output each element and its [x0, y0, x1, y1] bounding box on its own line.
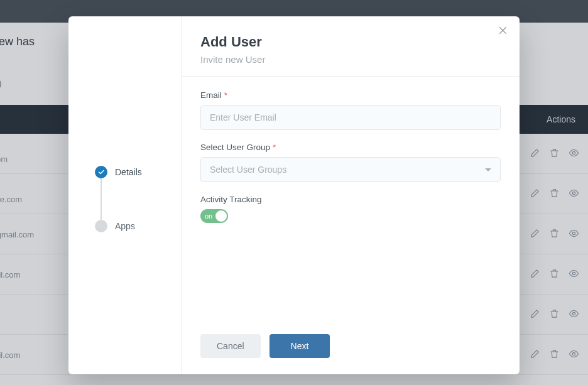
modal-subtitle: Invite new User [200, 54, 501, 65]
label-text: Select User Group [200, 143, 270, 152]
modal-content: Add User Invite new User Email * Select … [182, 16, 520, 374]
field-label: Email * [200, 90, 501, 100]
modal-body: Email * Select User Group * Select User … [182, 77, 520, 324]
select-placeholder: Select User Groups [210, 165, 286, 175]
modal-footer: Cancel Next [182, 324, 520, 374]
label-text: Email [200, 90, 222, 100]
modal-overlay: Details Apps Add User Invite new User Em… [0, 0, 588, 385]
field-label: Activity Tracking [200, 195, 501, 204]
check-icon [97, 168, 105, 176]
next-button[interactable]: Next [270, 334, 330, 358]
required-marker: * [224, 90, 227, 100]
user-group-select[interactable]: Select User Groups [200, 157, 501, 182]
step-connector [101, 178, 102, 220]
field-activity-tracking: Activity Tracking on [200, 195, 501, 223]
email-input[interactable] [200, 105, 501, 130]
toggle-state-text: on [205, 212, 212, 220]
label-text: Activity Tracking [200, 195, 262, 204]
add-user-modal: Details Apps Add User Invite new User Em… [68, 16, 520, 374]
wizard-step-details[interactable]: Details [68, 166, 181, 178]
close-button[interactable] [498, 25, 508, 38]
step-indicator-active [95, 166, 107, 178]
toggle-knob [215, 210, 227, 222]
modal-header: Add User Invite new User [182, 16, 520, 77]
close-icon [498, 27, 508, 38]
cancel-button[interactable]: Cancel [200, 334, 261, 358]
chevron-down-icon [485, 168, 491, 171]
step-label: Apps [115, 221, 135, 231]
activity-tracking-toggle[interactable]: on [200, 209, 228, 223]
field-user-group: Select User Group * Select User Groups [200, 143, 501, 182]
step-indicator-pending [95, 220, 107, 232]
step-label: Details [115, 167, 142, 177]
modal-title: Add User [200, 34, 501, 50]
field-label: Select User Group * [200, 143, 501, 152]
field-email: Email * [200, 90, 501, 130]
wizard-steps: Details Apps [68, 16, 182, 374]
wizard-step-apps[interactable]: Apps [68, 220, 181, 232]
required-marker: * [273, 143, 276, 152]
